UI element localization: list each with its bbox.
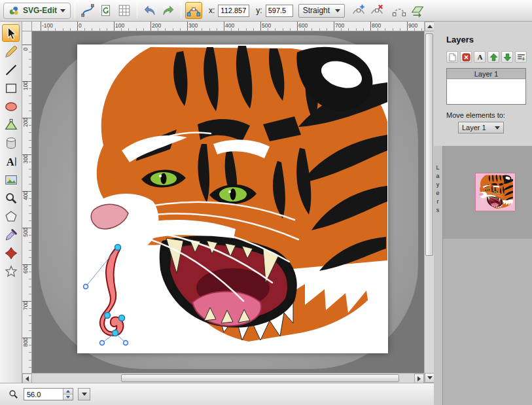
shapes-flower-tool[interactable] <box>2 244 20 262</box>
page-rotate-icon <box>99 3 113 18</box>
clone-button[interactable] <box>98 2 115 19</box>
link-control-points-icon <box>186 3 201 18</box>
flatten-button[interactable] <box>409 2 426 19</box>
delete-layer-button[interactable] <box>460 51 472 63</box>
chevron-down-icon <box>82 393 87 396</box>
ruler-label: 500 <box>262 22 271 29</box>
main-menu-label: SVG-Edit <box>23 6 57 15</box>
shape-library-tool[interactable] <box>2 134 20 152</box>
svg-edit-logo-icon <box>9 5 20 16</box>
ellipse-tool[interactable] <box>2 97 20 115</box>
svg-canvas[interactable] <box>77 44 388 353</box>
image-icon <box>4 173 18 187</box>
zoom-tool[interactable] <box>2 189 20 207</box>
vertical-scroll-thumb[interactable] <box>425 33 433 256</box>
rename-a-icon: A <box>475 52 485 62</box>
delete-node-icon <box>370 3 384 18</box>
new-layer-button[interactable] <box>446 51 458 63</box>
move-elements-value: Layer 1 <box>462 124 486 132</box>
undo-button[interactable] <box>141 2 158 19</box>
zoom-spinner-up[interactable] <box>63 389 73 394</box>
rect-tool[interactable] <box>2 79 20 97</box>
ruler-corner <box>22 22 32 31</box>
text-tool[interactable]: A <box>2 152 20 170</box>
flatten-icon <box>410 3 425 18</box>
ruler-label: 400 <box>225 22 234 29</box>
layers-collapse-handle[interactable]: Layers <box>434 146 443 405</box>
polygon-icon <box>4 209 18 224</box>
flower-diamond-icon <box>4 246 18 260</box>
move-elements-select[interactable]: Layer 1 <box>458 122 504 133</box>
right-side-panel: Layers A Layer 1 Move elements to: Layer… <box>434 22 532 405</box>
scroll-left-button[interactable] <box>22 374 32 383</box>
eyedropper-tool[interactable] <box>2 226 20 243</box>
path-node[interactable] <box>115 245 121 251</box>
path-node[interactable] <box>113 330 118 336</box>
lower-layer-button[interactable] <box>501 51 513 63</box>
preview-zone <box>443 146 532 239</box>
toolbar-separator <box>181 3 181 18</box>
redo-button[interactable] <box>160 2 177 19</box>
path-tool[interactable] <box>2 116 20 133</box>
path-node[interactable] <box>119 315 125 321</box>
arrow-right-icon <box>417 376 421 381</box>
image-tool[interactable] <box>2 171 20 188</box>
raise-layer-button[interactable] <box>488 51 499 63</box>
text-icon: A <box>4 154 18 169</box>
select-cursor-icon <box>4 26 18 41</box>
layer-list: Layer 1 <box>446 68 526 105</box>
add-node-button[interactable] <box>350 2 367 19</box>
zoom-spinner-down[interactable] <box>63 394 73 400</box>
layer-more-options-button[interactable] <box>515 51 527 63</box>
path-triangle-icon <box>4 118 18 132</box>
vertical-scrollbar[interactable] <box>424 22 434 383</box>
zoom-preset-dropdown[interactable] <box>78 388 90 400</box>
zoom-spinner <box>63 389 73 400</box>
path-node[interactable] <box>105 313 111 319</box>
link-control-points-toggle[interactable] <box>185 2 202 19</box>
toolbar-separator <box>75 3 75 18</box>
pen-curve-icon <box>80 3 95 18</box>
line-tool[interactable] <box>2 61 20 79</box>
grid-button[interactable] <box>116 2 133 19</box>
horizontal-scrollbar[interactable] <box>22 373 424 383</box>
select-tool[interactable] <box>2 24 20 42</box>
segment-type-value: Straight <box>303 6 330 15</box>
layer-buttons-row: A <box>446 51 527 63</box>
open-path-button[interactable] <box>391 2 408 19</box>
segment-type-select[interactable]: Straight <box>298 4 345 18</box>
new-page-icon <box>448 52 457 62</box>
control-handle[interactable] <box>124 341 128 345</box>
ruler-label: 100 <box>22 80 29 92</box>
workarea[interactable] <box>32 31 424 373</box>
ruler-label: 800 <box>372 22 381 29</box>
y-coordinate-label: y: <box>256 6 262 15</box>
ruler-label: 300 <box>22 153 29 165</box>
pen-curve-button[interactable] <box>79 2 96 19</box>
toolbar-separator <box>137 3 137 18</box>
edit-path-overlay[interactable] <box>77 239 149 352</box>
scroll-up-button[interactable] <box>425 22 434 31</box>
edited-path-shape[interactable] <box>100 246 123 336</box>
pencil-tool[interactable] <box>2 43 20 60</box>
horizontal-scroll-thumb[interactable] <box>121 374 399 382</box>
main-menu-button[interactable]: SVG-Edit <box>3 3 71 19</box>
control-handle[interactable] <box>100 341 105 345</box>
star-tool[interactable] <box>2 262 20 280</box>
ruler-x: -1000100200300400500600700800900 <box>32 22 424 31</box>
x-coordinate-input[interactable] <box>218 5 249 17</box>
arrow-down-icon <box>66 396 70 398</box>
bottom-bar <box>0 383 434 405</box>
y-coordinate-input[interactable] <box>266 5 293 17</box>
polygon-tool[interactable] <box>2 207 20 225</box>
tiger-thumbnail-artwork <box>477 175 514 210</box>
drawing-thumbnail[interactable] <box>475 173 516 211</box>
green-down-arrow-icon <box>503 52 512 62</box>
chevron-down-icon <box>495 126 500 130</box>
scroll-right-button[interactable] <box>414 374 424 383</box>
delete-node-button[interactable] <box>368 2 385 19</box>
scroll-down-button[interactable] <box>425 373 434 383</box>
layer-row[interactable]: Layer 1 <box>447 69 525 79</box>
control-handle[interactable] <box>84 285 88 289</box>
rename-layer-button[interactable]: A <box>474 51 486 63</box>
